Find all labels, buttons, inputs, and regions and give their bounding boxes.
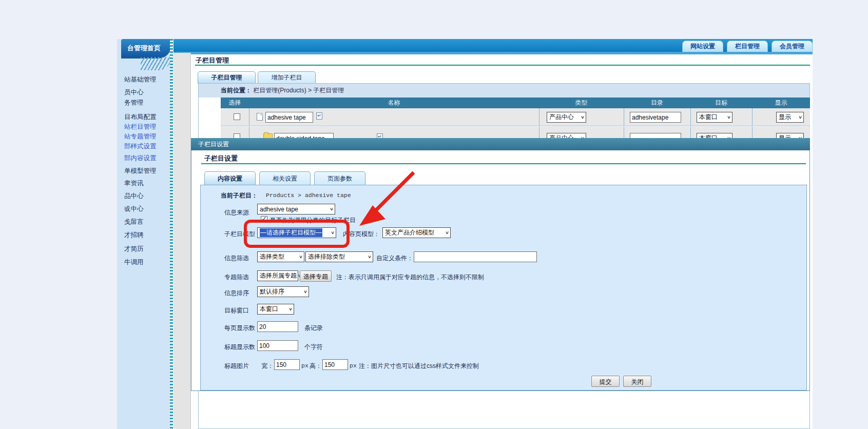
- width-label: 宽：: [261, 362, 274, 371]
- target-subcolumn-checkbox-label: 是否作为调用分类的目标子栏目: [269, 216, 356, 225]
- close-button[interactable]: 关闭: [623, 376, 651, 387]
- submit-button[interactable]: 提交: [591, 376, 620, 387]
- chevron-down-icon: [798, 115, 802, 120]
- chevron-down-icon: [368, 255, 372, 260]
- dialog-tab-content-settings[interactable]: 内容设置: [204, 171, 256, 185]
- topic-filter-label: 专题筛选: [224, 273, 260, 282]
- per-page-suffix: 条记录: [304, 324, 323, 333]
- info-filter-label: 信息筛选: [224, 254, 260, 263]
- target-window-label: 目标窗口: [224, 306, 260, 315]
- sidebar-item-products[interactable]: 品中心: [124, 192, 170, 200]
- chevron-down-icon: [445, 230, 449, 236]
- sidebar-item-form-models[interactable]: 单模型管理: [124, 167, 170, 175]
- content-model-select[interactable]: 英文产品介绍模型: [382, 227, 451, 238]
- col-header-name: 名称: [249, 98, 539, 108]
- document-icon: [257, 113, 263, 121]
- row-display-select[interactable]: 显示: [776, 112, 804, 123]
- info-sort-label: 信息排序: [224, 289, 260, 298]
- sidebar-item-layout-config[interactable]: 目布局配置: [124, 113, 170, 121]
- subcolumn-model-label: 子栏目模型: [224, 230, 260, 239]
- sidebar-item-jobs[interactable]: 才招聘: [124, 231, 170, 239]
- info-sort-select[interactable]: 默认排序: [257, 286, 309, 297]
- page-title: 子栏目管理: [196, 56, 229, 65]
- chevron-down-icon: [288, 307, 293, 312]
- sidebar-item-resumes[interactable]: 才简历: [124, 245, 170, 253]
- filter-type-select[interactable]: 选择类型: [257, 251, 304, 262]
- sidebar-item-site-columns[interactable]: 站栏目管理: [124, 123, 170, 131]
- per-page-input[interactable]: [257, 321, 298, 332]
- breadcrumb-band: 当前位置： 栏目管理(Products) > 子栏目管理: [199, 84, 809, 98]
- title-image-note: 注：图片尺寸也可以通过css样式文件来控制: [359, 362, 479, 371]
- sidebar-item-business[interactable]: 务管理: [124, 99, 170, 107]
- width-input[interactable]: [274, 359, 300, 370]
- title-underline: [195, 65, 810, 66]
- sidebar-item-site-topics[interactable]: 站专题管理: [124, 132, 170, 141]
- current-subcolumn-value: Products > adhesive tape: [266, 192, 351, 199]
- table-header: 选择 名称 类型 目录 目标 显示: [221, 98, 810, 108]
- sidebar-item-style-settings[interactable]: 部样式设置: [124, 142, 170, 150]
- chevron-down-icon: [331, 230, 335, 236]
- dialog-tab-page-params[interactable]: 页面参数: [314, 171, 365, 185]
- dotted-divider: [170, 39, 173, 429]
- row-dir-input[interactable]: [630, 112, 681, 123]
- target-subcolumn-checkbox[interactable]: [261, 216, 267, 223]
- col-header-target: 目标: [690, 98, 752, 108]
- per-page-label: 每页显示数: [224, 324, 260, 333]
- topic-note: 注：表示只调用属于对应专题的信息，不选择则不限制: [336, 273, 484, 282]
- dialog-tab-related-settings[interactable]: 相关设置: [259, 171, 311, 185]
- breadcrumb: 栏目管理(Products) > 子栏目管理: [253, 87, 344, 94]
- title-image-label: 标题图片: [224, 362, 260, 371]
- sidebar-home-tab[interactable]: 台管理首页: [121, 39, 171, 59]
- tab-add-subcolumn[interactable]: 增加子栏目: [258, 71, 316, 84]
- copy-icon[interactable]: [316, 112, 322, 120]
- left-gray-gutter: [173, 53, 191, 429]
- title-length-input[interactable]: [257, 340, 298, 351]
- sidebar-item-member-center[interactable]: 员中心: [124, 88, 170, 96]
- chevron-down-icon: [727, 115, 731, 120]
- target-window-select[interactable]: 本窗口: [257, 304, 294, 315]
- topbar-tab-column-manage[interactable]: 栏目管理: [727, 41, 768, 52]
- row-checkbox[interactable]: [234, 113, 240, 120]
- sidebar-item-content-settings[interactable]: 部内容设置: [124, 154, 170, 162]
- width-unit: px: [301, 362, 308, 369]
- tab-subcolumn-manage[interactable]: 子栏目管理: [198, 71, 256, 84]
- row-name-input[interactable]: [265, 112, 313, 123]
- info-source-select[interactable]: adhesive tape: [257, 204, 335, 215]
- topbar-tab-member-manage[interactable]: 会员管理: [771, 41, 813, 52]
- row-target-select[interactable]: 本窗口: [697, 112, 732, 123]
- dialog-heading-underline: [201, 163, 806, 164]
- topic-select[interactable]: 选择所属专题: [257, 270, 298, 281]
- title-length-suffix: 个字符: [304, 343, 323, 352]
- chevron-down-icon: [303, 289, 307, 295]
- screen: 台管理首页 站基础管理 员中心 务管理 目布局配置 站栏目管理 站专题管理 部样…: [0, 0, 868, 429]
- height-unit: px: [350, 362, 357, 369]
- height-input[interactable]: [322, 359, 348, 370]
- height-label: 高：: [310, 362, 322, 371]
- chevron-down-icon: [581, 115, 585, 120]
- sidebar-item-messages[interactable]: 戋留言: [124, 218, 170, 226]
- sidebar-item-site-base[interactable]: 站基础管理: [124, 75, 170, 84]
- table-row: 产品中心 本窗口 显示: [221, 108, 810, 126]
- row-type-select[interactable]: 产品中心: [547, 112, 586, 123]
- sidebar-item-file-call[interactable]: 牛调用: [124, 258, 170, 266]
- col-header-select: 选择: [221, 98, 249, 108]
- title-length-label: 标题显示数: [224, 343, 260, 352]
- sidebar-item-downloads[interactable]: 戓中心: [124, 205, 170, 213]
- col-header-display: 显示: [752, 98, 810, 108]
- subcolumn-model-select[interactable]: —请选择子栏目模型—: [257, 227, 336, 238]
- custom-condition-input[interactable]: [414, 251, 537, 262]
- col-header-type: 类型: [539, 98, 624, 108]
- custom-condition-label: 自定义条件：: [376, 254, 413, 263]
- breadcrumb-label: 当前位置：: [221, 87, 252, 94]
- filter-exclude-select[interactable]: 选择排除类型: [305, 251, 373, 262]
- chevron-down-icon: [330, 207, 334, 212]
- dialog-heading: 子栏目设置: [204, 154, 238, 163]
- sidebar-item-news[interactable]: 聿资讯: [124, 179, 170, 187]
- content-model-label: 内容页模型：: [343, 230, 383, 239]
- col-header-dir: 目录: [624, 98, 690, 108]
- topbar-tab-site-settings[interactable]: 网站设置: [682, 41, 723, 52]
- choose-topic-button[interactable]: 选择专题: [300, 270, 332, 282]
- info-source-label: 信息来源: [224, 208, 260, 217]
- dialog-titlebar[interactable]: 子栏目设置: [191, 138, 810, 150]
- chevron-down-icon: [299, 255, 303, 260]
